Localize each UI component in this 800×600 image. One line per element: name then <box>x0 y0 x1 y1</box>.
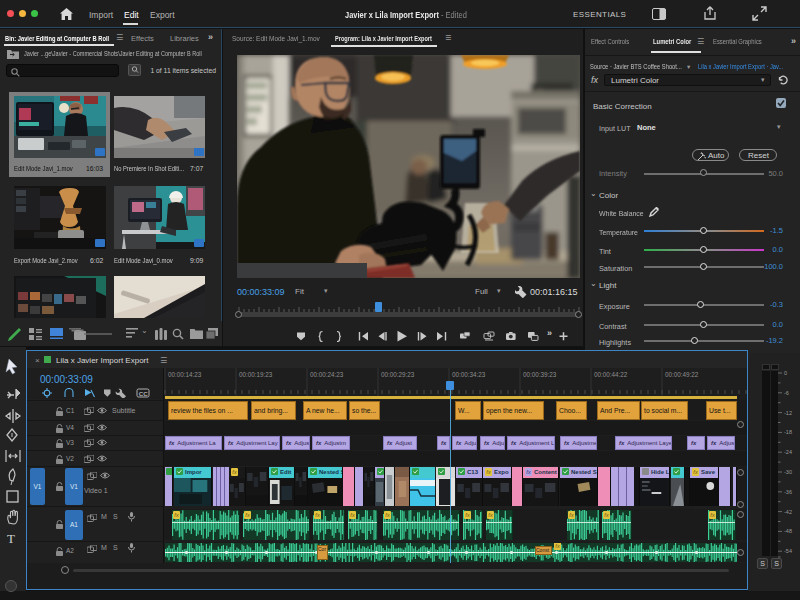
svg-text:00:00:49:22: 00:00:49:22 <box>665 371 699 378</box>
svg-text:»: » <box>547 328 552 338</box>
svg-text:00:00:34:23: 00:00:34:23 <box>452 371 486 378</box>
svg-text:-6: -6 <box>784 390 789 396</box>
svg-text:-42: -42 <box>784 509 792 515</box>
svg-text:00:00:14:23: 00:00:14:23 <box>168 371 202 378</box>
svg-text:-30: -30 <box>784 469 792 475</box>
svg-text:-36: -36 <box>784 489 792 495</box>
svg-text:-54: -54 <box>784 548 792 554</box>
svg-text:-12: -12 <box>784 410 792 416</box>
svg-text:0: 0 <box>784 370 787 376</box>
svg-text:-18: -18 <box>784 429 792 435</box>
svg-text:00:00:24:23: 00:00:24:23 <box>310 371 344 378</box>
svg-text:00:00:19:23: 00:00:19:23 <box>239 371 273 378</box>
svg-text:00:00:39:23: 00:00:39:23 <box>523 371 557 378</box>
svg-text:-48: -48 <box>784 528 792 534</box>
svg-text:00:00:44:22: 00:00:44:22 <box>594 371 628 378</box>
svg-text:-24: -24 <box>784 449 792 455</box>
svg-text:CC: CC <box>139 390 148 397</box>
svg-text:00:00:29:23: 00:00:29:23 <box>381 371 415 378</box>
svg-text:T: T <box>7 531 15 546</box>
